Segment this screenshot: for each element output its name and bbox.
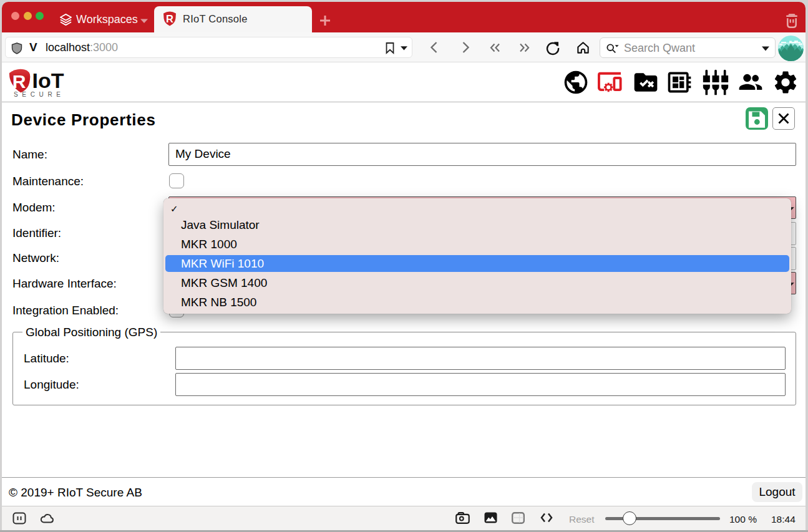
svg-text:R: R — [166, 13, 173, 24]
svg-text:IoT: IoT — [32, 69, 64, 92]
svg-text:R: R — [12, 71, 26, 92]
